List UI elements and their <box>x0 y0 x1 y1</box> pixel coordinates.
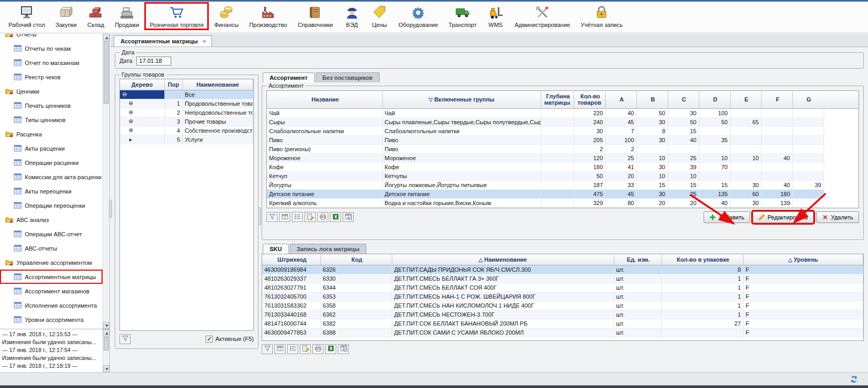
sku-tab[interactable]: Запись лога матрицы <box>290 244 366 254</box>
table-toolbar-button[interactable] <box>304 212 316 222</box>
matrix-row[interactable]: Мороженое Мороженое 120 25 10 25 10 10 <box>267 153 824 162</box>
matrix-column-header[interactable]: Глубина матрицы <box>541 91 574 108</box>
table-toolbar-button[interactable] <box>300 344 311 354</box>
tree-expand-icon[interactable]: ⊕ <box>120 117 164 126</box>
close-icon[interactable]: × <box>202 38 206 44</box>
sku-column-header[interactable]: △Наименование <box>392 254 614 265</box>
sidebar-item[interactable]: АВС-отчеты <box>0 241 103 255</box>
toolbar-item[interactable]: Оборудование <box>393 2 444 30</box>
group-row[interactable]: ● 5 Услуги <box>120 135 253 144</box>
toolbar-item[interactable]: Администрирование <box>510 2 576 30</box>
action-button[interactable]: Добавить <box>704 211 750 223</box>
toolbar-item[interactable]: Розничная торговля <box>144 2 209 30</box>
table-toolbar-button[interactable] <box>338 344 349 354</box>
sku-column-header[interactable]: Кол-во в упаковке <box>661 254 743 265</box>
tree-expand-icon[interactable]: ⊕ <box>120 99 164 108</box>
sku-tab[interactable]: SKU <box>263 244 289 254</box>
toolbar-item[interactable]: Производство <box>244 2 292 30</box>
table-toolbar-button[interactable] <box>266 212 278 222</box>
tree-expand-icon[interactable]: ● <box>120 135 164 144</box>
matrix-column-header[interactable]: D <box>699 91 730 108</box>
table-toolbar-button[interactable] <box>330 212 341 222</box>
sku-row[interactable]: 7613032405700 6353 ДЕТ.ПИТ.СМЕСЬ НАН-1 С… <box>262 292 863 301</box>
sidebar-item[interactable]: Операции АВС-отчет <box>0 227 103 241</box>
matrix-column-header[interactable]: G <box>792 91 824 108</box>
sidebar-item[interactable]: Управление ассортиментом <box>0 255 103 270</box>
table-toolbar-button[interactable] <box>325 344 336 354</box>
assortment-tab[interactable]: Без поставщиков <box>316 72 380 82</box>
scroll-down-icon[interactable] <box>103 365 109 372</box>
scroll-down-icon[interactable] <box>103 322 109 329</box>
group-row[interactable]: ⊕ 1 Продовольственные товары <box>120 99 253 108</box>
matrix-column-header[interactable]: ▽Включенные группы <box>382 91 541 108</box>
matrix-row[interactable]: Пиво Пиво 205 100 30 40 35 <box>267 135 824 144</box>
sidebar-item[interactable]: Акты переоценки <box>0 184 103 198</box>
toolbar-item[interactable]: Закупки <box>50 2 82 30</box>
matrix-row[interactable]: Слабоалкогольные напитки Слабоалкогольны… <box>267 126 824 135</box>
sku-row[interactable]: 4630009477853 6388 ДЕТ.ПИТ.СОК САМИ С УС… <box>262 328 863 337</box>
sidebar-item[interactable]: Типы ценников <box>0 113 103 127</box>
toolbar-item[interactable]: Финансы <box>209 2 244 30</box>
sku-column-header[interactable]: Ед. изм. <box>614 254 661 265</box>
table-toolbar-button[interactable] <box>262 344 273 354</box>
table-toolbar-button[interactable] <box>312 344 324 354</box>
table-toolbar-button[interactable] <box>292 212 303 222</box>
sidebar-item[interactable]: Ассортиментные матрицы <box>0 270 103 284</box>
tree-expand-icon[interactable]: ⊕ <box>120 108 164 117</box>
group-row[interactable]: ⊕ 2 Непродовольственные товары <box>120 108 253 117</box>
toolbar-item[interactable]: Склад <box>82 2 109 30</box>
table-toolbar-button[interactable] <box>317 212 328 222</box>
sidebar-item[interactable]: Реестр чеков <box>0 70 103 84</box>
matrix-row[interactable]: Крепкий алкоголь Водка и настойки горьки… <box>267 198 824 207</box>
sku-row[interactable]: 4630009186984 6326 ДЕТ.ПИТ.САДЫ ПРИДОНЬЯ… <box>262 265 863 274</box>
groups-column-header[interactable]: Наименование <box>182 79 253 90</box>
log-scrollbar[interactable] <box>103 329 109 372</box>
action-button[interactable]: Редактировать <box>753 211 814 223</box>
sidebar-item[interactable]: Уровни ассортимента <box>0 312 103 327</box>
table-toolbar-button[interactable] <box>343 212 354 222</box>
toolbar-item[interactable]: Транспорт <box>444 2 482 30</box>
active-filter-checkbox[interactable]: Активные (F5) <box>206 336 254 343</box>
sidebar-item[interactable]: Операции расценки <box>0 155 103 170</box>
table-toolbar-button[interactable] <box>274 344 285 354</box>
sidebar-item[interactable]: Исполнения ассортимента <box>0 298 103 312</box>
sidebar-item[interactable]: Акты расценки <box>0 141 103 155</box>
filter-button[interactable] <box>119 334 131 344</box>
sidebar-item[interactable]: Ассортимент магазинов <box>0 284 103 298</box>
matrix-row[interactable]: Сыры Сыры плавленые,Сыры твердые,Сыры по… <box>267 117 824 126</box>
groups-column-header[interactable]: Пор <box>164 79 182 90</box>
toolbar-item[interactable]: Учётная запись <box>575 2 628 30</box>
matrix-column-header[interactable]: E <box>730 91 761 108</box>
sku-row[interactable]: 4810263027791 6344 ДЕТ.ПИТ.СМЕСЬ БЕЛЛАКТ… <box>262 283 863 292</box>
sidebar-item[interactable]: Отчеты <box>0 34 103 41</box>
toolbar-item[interactable]: Цены <box>366 2 393 30</box>
sidebar-item[interactable]: Операции переоценки <box>0 198 103 213</box>
sku-row[interactable]: 4814716000744 6382 ДЕТ.ПИТ.СОК БЕЛЛАКТ Б… <box>262 319 863 328</box>
matrix-column-header[interactable]: Кол-во товаров <box>574 91 605 108</box>
splitter-handle[interactable] <box>109 200 112 218</box>
matrix-row[interactable]: Детское питание Детское питание 475 45 3… <box>267 189 824 198</box>
sidebar-item[interactable]: Отчеты по чекам <box>0 41 103 56</box>
action-button[interactable]: Удалить <box>816 211 859 223</box>
table-toolbar-button[interactable] <box>287 344 298 354</box>
group-row[interactable]: ⊖ Все <box>120 90 253 99</box>
matrix-row[interactable]: Пиво (регионы) Пиво 2 2 <box>267 144 824 153</box>
matrix-row[interactable]: Чай Чай 220 40 50 30 100 <box>267 108 824 117</box>
toolbar-item[interactable]: Продажи <box>109 2 144 30</box>
assortment-tab[interactable]: Ассортимент <box>263 72 315 82</box>
matrix-row[interactable]: Йогурты Йогурты ложковые,Йогурты питьевы… <box>267 180 824 189</box>
toolbar-item[interactable]: Рабочий стол <box>3 2 50 30</box>
groups-column-header[interactable]: Дерево <box>120 79 164 90</box>
sku-column-header[interactable]: △Уровень <box>743 254 863 265</box>
sidebar-item[interactable]: Расценка <box>0 127 103 141</box>
sidebar-scrollbar[interactable] <box>103 34 109 329</box>
date-input[interactable] <box>136 57 171 66</box>
sidebar-item[interactable]: Ценники <box>0 84 103 98</box>
scroll-up-icon[interactable] <box>103 329 109 336</box>
table-toolbar-button[interactable] <box>279 212 290 222</box>
toolbar-item[interactable]: WMS <box>482 2 510 30</box>
refresh-button[interactable] <box>848 374 860 385</box>
matrix-row[interactable]: Кофе Кофе 180 41 30 39 70 <box>267 162 824 171</box>
matrix-row[interactable]: Кетчуп Кетчупы 50 20 10 10 <box>267 171 824 180</box>
tree-expand-icon[interactable]: ⊖ <box>120 90 164 99</box>
